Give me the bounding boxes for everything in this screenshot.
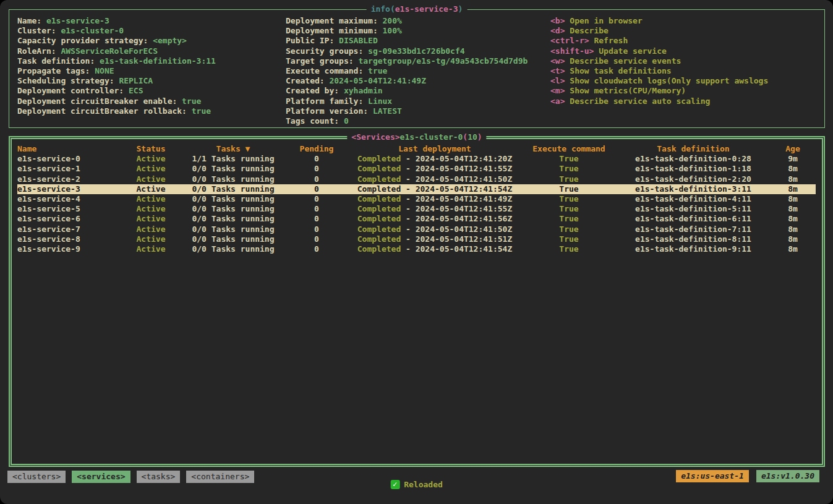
cell-status: Active <box>121 184 181 194</box>
cell-last-deployment: Completed - 2024-05-04T12:41:54Z <box>348 184 522 194</box>
cell-name: e1s-service-6 <box>17 214 121 224</box>
cell-name: e1s-service-0 <box>17 154 121 164</box>
info-value: LATEST <box>373 106 402 116</box>
cell-task-definition: e1s-task-definition-6:11 <box>616 214 771 224</box>
info-line: Cluster: e1s-cluster-0 <box>17 26 216 36</box>
deployment-status: Completed <box>357 154 401 163</box>
cell-execute-command: True <box>522 164 616 174</box>
cell-status: Active <box>121 204 181 214</box>
cell-age: 8m <box>771 194 815 204</box>
tab-containers[interactable]: <containers> <box>186 471 254 483</box>
table-row[interactable]: e1s-service-5Active0/0 Tasks running0Com… <box>17 204 816 214</box>
column-header-tasks: Tasks ▼ <box>181 144 286 154</box>
cell-pending: 0 <box>286 234 348 244</box>
info-title-prefix: info( <box>371 4 395 14</box>
deployment-time: - 2024-05-04T12:41:20Z <box>401 154 512 163</box>
info-line: Security groups: sg-09e33bd1c726b0cf4 <box>286 46 528 56</box>
info-title-suffix: ) <box>458 4 463 14</box>
info-label: Deployment circuitBreaker rollback: <box>17 106 192 116</box>
deployment-status: Completed <box>357 244 401 254</box>
deployment-status: Completed <box>357 224 401 234</box>
table-title-paren-close: ) <box>477 132 482 142</box>
table-row[interactable]: e1s-service-2Active0/0 Tasks running0Com… <box>17 174 816 184</box>
cell-task-definition: e1s-task-definition-9:11 <box>616 244 771 254</box>
info-value: xyhadmin <box>344 86 383 95</box>
cell-task-definition: e1s-task-definition-0:28 <box>616 154 771 164</box>
deployment-status: Completed <box>357 214 401 223</box>
cell-task-definition: e1s-task-definition-3:11 <box>616 184 771 194</box>
tab-services[interactable]: <services> <box>72 471 130 483</box>
cell-pending: 0 <box>286 214 348 224</box>
cell-execute-command: True <box>522 154 616 164</box>
info-value: DISABLED <box>339 36 378 45</box>
cell-name: e1s-service-4 <box>17 194 121 204</box>
cell-tasks: 0/0 Tasks running <box>181 214 286 224</box>
deployment-time: - 2024-05-04T12:41:56Z <box>401 214 512 223</box>
column-header-last-deployment: Last deployment <box>348 144 522 154</box>
table-row[interactable]: e1s-service-7Active0/0 Tasks running0Com… <box>17 224 816 234</box>
cell-tasks: 0/0 Tasks running <box>181 174 286 184</box>
table-panel-title: <Services>e1s-cluster-0(10) <box>347 132 486 143</box>
info-value: true <box>368 66 387 75</box>
table-row[interactable]: e1s-service-0Active1/1 Tasks running0Com… <box>17 154 816 164</box>
cell-tasks: 0/0 Tasks running <box>181 234 286 244</box>
table-row[interactable]: e1s-service-1Active0/0 Tasks running0Com… <box>17 164 816 174</box>
table-row[interactable]: e1s-service-4Active0/0 Tasks running0Com… <box>17 194 816 204</box>
table-row[interactable]: e1s-service-8Active0/0 Tasks running0Com… <box>17 234 816 244</box>
tab-clusters[interactable]: <clusters> <box>7 471 66 483</box>
hotkey-item: <a> Describe service auto scaling <box>550 96 768 106</box>
cell-pending: 0 <box>286 154 348 164</box>
info-line: Deployment maximum: 200% <box>286 16 528 26</box>
table-row[interactable]: e1s-service-3Active0/0 Tasks running0Com… <box>17 184 816 194</box>
cell-name: e1s-service-2 <box>17 174 121 184</box>
cell-status: Active <box>121 164 181 174</box>
status-line: ✓ Reloaded <box>390 479 443 490</box>
hotkey-key: <d> <box>550 26 565 35</box>
info-value: targetgroup/e1s-tg/49a543cb754d7d9b <box>358 56 528 66</box>
info-value: 0 <box>344 116 349 126</box>
info-label: Target groups: <box>286 56 358 66</box>
deployment-time: - 2024-05-04T12:41:54Z <box>401 244 512 254</box>
cell-task-definition: e1s-task-definition-5:11 <box>616 204 771 214</box>
cell-name: e1s-service-7 <box>17 224 121 234</box>
column-header-name: Name <box>17 144 121 154</box>
hotkey-key: <b> <box>550 16 565 25</box>
cell-age: 8m <box>771 244 815 254</box>
cell-execute-command: True <box>522 244 616 254</box>
info-value: sg-09e33bd1c726b0cf4 <box>368 46 465 56</box>
deployment-status: Completed <box>357 164 401 173</box>
cell-name: e1s-service-1 <box>17 164 121 174</box>
hotkey-key: <l> <box>550 76 565 85</box>
deployment-status: Completed <box>357 194 401 203</box>
info-line: Capacity provider strategy: <empty> <box>17 36 216 46</box>
info-value: ECS <box>129 86 143 95</box>
deployment-time: - 2024-05-04T12:41:50Z <box>401 224 512 234</box>
table-row[interactable]: e1s-service-9Active0/0 Tasks running0Com… <box>17 244 816 254</box>
deployment-status: Completed <box>357 184 401 194</box>
info-value: 200% <box>383 16 402 25</box>
tab-tasks[interactable]: <tasks> <box>137 471 181 483</box>
cell-name: e1s-service-3 <box>17 184 121 194</box>
cell-age: 8m <box>771 204 815 214</box>
info-line: Created: 2024-05-04T12:41:49Z <box>286 76 528 86</box>
service-info-panel: info(e1s-service-3) Name: e1s-service-3C… <box>9 9 825 128</box>
cell-last-deployment: Completed - 2024-05-04T12:41:20Z <box>348 154 522 164</box>
info-label: Name: <box>17 16 46 25</box>
hotkey-action: Open in browser <box>565 16 642 25</box>
info-value: AWSServiceRoleForECS <box>61 46 158 56</box>
cell-last-deployment: Completed - 2024-05-04T12:41:49Z <box>348 194 522 204</box>
table-header-row: NameStatusTasks ▼PendingLast deploymentE… <box>17 144 816 154</box>
table-row[interactable]: e1s-service-6Active0/0 Tasks running0Com… <box>17 214 816 224</box>
cell-age: 8m <box>771 174 815 184</box>
hotkey-action: Describe service auto scaling <box>565 96 710 106</box>
cell-name: e1s-service-9 <box>17 244 121 254</box>
cell-age: 8m <box>771 184 815 194</box>
info-label: Public IP: <box>286 36 339 45</box>
info-line: Name: e1s-service-3 <box>17 16 216 26</box>
hotkey-item: <w> Describe service events <box>550 56 768 66</box>
hotkey-action: Show metrics(CPU/Memory) <box>565 86 686 95</box>
cell-status: Active <box>121 154 181 164</box>
cell-tasks: 0/0 Tasks running <box>181 204 286 214</box>
info-label: Deployment circuitBreaker enable: <box>17 96 182 106</box>
info-line: Public IP: DISABLED <box>286 36 528 46</box>
